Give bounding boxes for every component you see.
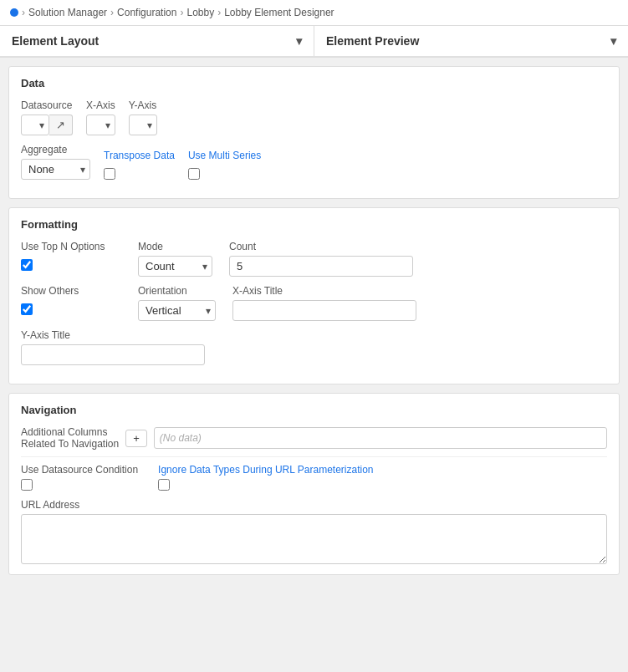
orientation-label: Orientation (138, 285, 216, 297)
multi-series-group: Use Multi Series (188, 150, 261, 180)
main-content: Data Datasource ↗ X-Axis (0, 58, 628, 583)
add-column-button[interactable]: + (125, 430, 147, 447)
top-n-group: Use Top N Options (21, 241, 121, 271)
yaxis-group: Y-Axis (129, 99, 157, 135)
yaxis-label: Y-Axis (129, 99, 157, 111)
yaxis-title-label: Y-Axis Title (21, 329, 205, 341)
url-address-label: URL Address (21, 499, 607, 511)
yaxis-title-input[interactable] (21, 344, 205, 365)
data-row-1: Datasource ↗ X-Axis (21, 99, 607, 135)
additional-columns-box: (No data) (154, 427, 607, 449)
url-address-group: URL Address (21, 499, 607, 564)
breadcrumb-item-solution-manager[interactable]: Solution Manager (28, 7, 107, 18)
datasource-group: Datasource ↗ (21, 99, 73, 135)
ignore-types-checkbox[interactable] (158, 479, 170, 491)
element-preview-header: Element Preview ▾ (314, 26, 628, 57)
orientation-group: Orientation Vertical Horizontal (138, 285, 216, 321)
nav-divider (21, 456, 607, 457)
data-section-title: Data (21, 77, 607, 89)
breadcrumb-item-designer: Lobby Element Designer (224, 7, 334, 18)
aggregate-select[interactable]: None Sum Average Max Min (21, 159, 90, 180)
aggregate-label: Aggregate (21, 144, 90, 155)
show-others-group: Show Others (21, 285, 121, 315)
xaxis-title-group: X-Axis Title (232, 285, 416, 321)
show-others-checkbox[interactable] (21, 303, 33, 315)
orientation-select[interactable]: Vertical Horizontal (138, 300, 216, 321)
nav-checkboxes-row: Use Datasource Condition Ignore Data Typ… (21, 464, 607, 491)
datasource-label: Datasource (21, 99, 73, 111)
formatting-row-2: Show Others Orientation Vertical Horizon… (21, 285, 607, 321)
yaxis-select-wrapper (129, 115, 157, 135)
yaxis-select[interactable] (129, 115, 157, 135)
aggregate-group: Aggregate None Sum Average Max Min (21, 144, 90, 180)
datasource-link-button[interactable]: ↗ (49, 115, 73, 135)
element-layout-chevron-icon[interactable]: ▾ (296, 34, 302, 48)
data-section: Data Datasource ↗ X-Axis (8, 66, 620, 199)
xaxis-select[interactable] (86, 115, 115, 135)
use-datasource-group: Use Datasource Condition (21, 464, 138, 491)
additional-columns-row: Additional Columns Related To Navigation… (21, 426, 607, 450)
mode-group: Mode Count Top N Bottom N (138, 241, 212, 277)
data-row-2: Aggregate None Sum Average Max Min Trans… (21, 144, 607, 180)
formatting-row-1: Use Top N Options Mode Count Top N Botto… (21, 241, 607, 277)
element-layout-header: Element Layout ▾ (0, 26, 314, 57)
formatting-row-3: Y-Axis Title (21, 329, 607, 365)
count-input[interactable] (229, 256, 413, 277)
mode-select[interactable]: Count Top N Bottom N (138, 256, 212, 277)
transpose-checkbox-row (104, 168, 175, 180)
datasource-select[interactable] (21, 115, 49, 135)
multi-series-checkbox-row (188, 168, 261, 180)
no-data-text: (No data) (160, 432, 202, 444)
formatting-section-title: Formatting (21, 218, 607, 231)
count-group: Count (229, 241, 413, 277)
breadcrumb: › Solution Manager › Configuration › Lob… (0, 0, 628, 26)
xaxis-label: X-Axis (86, 99, 115, 111)
navigation-section-title: Navigation (21, 404, 607, 416)
xaxis-title-input[interactable] (232, 300, 416, 321)
use-datasource-label: Use Datasource Condition (21, 464, 138, 476)
breadcrumb-item-lobby[interactable]: Lobby (186, 7, 214, 18)
formatting-section: Formatting Use Top N Options Mode Count … (8, 207, 620, 384)
datasource-select-wrapper (21, 115, 49, 135)
url-address-input[interactable] (21, 514, 607, 564)
use-datasource-checkbox[interactable] (21, 479, 33, 491)
aggregate-select-wrapper: None Sum Average Max Min (21, 159, 90, 180)
navigation-section: Navigation Additional Columns Related To… (8, 393, 620, 575)
top-panels: Element Layout ▾ Element Preview ▾ (0, 26, 628, 58)
ignore-types-group: Ignore Data Types During URL Parameteriz… (158, 464, 607, 491)
multi-series-label: Use Multi Series (188, 150, 261, 161)
transpose-group: Transpose Data (104, 150, 175, 180)
orientation-select-wrapper: Vertical Horizontal (138, 300, 216, 321)
element-preview-chevron-icon[interactable]: ▾ (610, 34, 616, 48)
related-to-nav-label: Related To Navigation (21, 438, 119, 450)
top-n-checkbox[interactable] (21, 259, 33, 271)
additional-columns-label: Additional Columns Related To Navigation (21, 426, 119, 450)
multi-series-checkbox[interactable] (188, 168, 200, 180)
breadcrumb-dot (10, 8, 18, 17)
mode-select-wrapper: Count Top N Bottom N (138, 256, 212, 277)
element-preview-title: Element Preview (326, 34, 419, 48)
xaxis-select-wrapper (86, 115, 115, 135)
datasource-row: ↗ (21, 115, 73, 135)
xaxis-title-label: X-Axis Title (232, 285, 416, 297)
count-label: Count (229, 241, 413, 252)
mode-label: Mode (138, 241, 212, 252)
ignore-types-label: Ignore Data Types During URL Parameteriz… (158, 464, 607, 476)
xaxis-group: X-Axis (86, 99, 115, 135)
top-n-label: Use Top N Options (21, 241, 121, 252)
transpose-label: Transpose Data (104, 150, 175, 161)
element-layout-title: Element Layout (12, 34, 99, 48)
yaxis-title-group: Y-Axis Title (21, 329, 205, 365)
transpose-checkbox[interactable] (104, 168, 115, 180)
breadcrumb-item-configuration[interactable]: Configuration (117, 7, 176, 18)
show-others-label: Show Others (21, 285, 121, 297)
